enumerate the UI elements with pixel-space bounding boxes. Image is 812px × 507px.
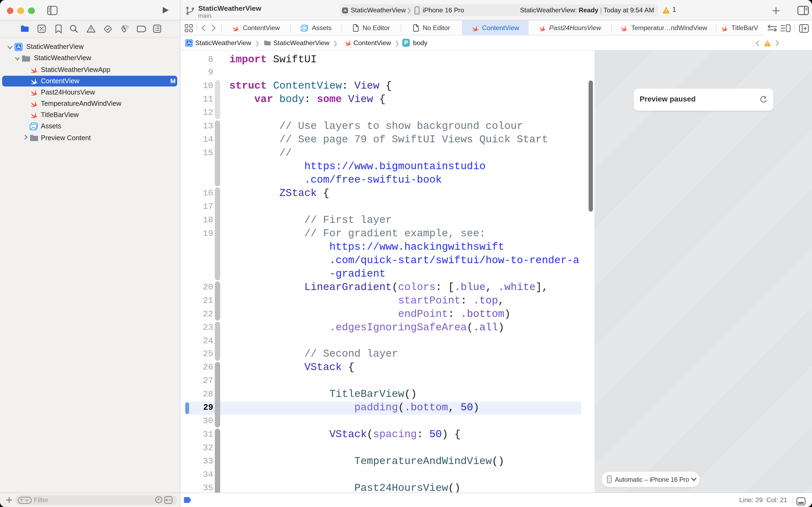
svg-text:!: ! bbox=[665, 8, 667, 13]
svg-text:!: ! bbox=[767, 41, 768, 47]
